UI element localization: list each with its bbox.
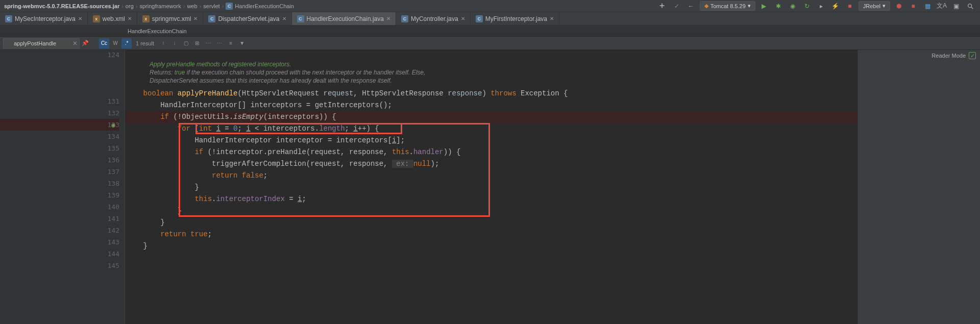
code-line[interactable]: return false; [125,170,857,182]
match-case-toggle[interactable]: Cc [99,38,109,48]
code-line[interactable] [125,50,857,60]
find-results: 1 result [136,40,154,46]
line-number[interactable]: 132 [0,107,119,119]
words-toggle[interactable]: W [110,38,120,48]
more-icon[interactable]: ⋯ [203,38,213,48]
line-number[interactable]: ◉133 [0,119,119,131]
line-number [0,60,119,72]
prev-match-icon[interactable]: ↑ [158,38,168,48]
clear-icon[interactable]: ✕ [72,40,78,47]
line-number[interactable]: 140 [0,201,119,213]
debug-icon[interactable]: ✱ [773,1,784,11]
breadcrumb[interactable]: spring-webmvc-5.0.7.RELEASE-sources.jar … [4,3,657,10]
breadcrumb-item[interactable]: springframework [139,3,181,9]
code-line[interactable]: boolean applyPreHandle(HttpServletReques… [125,88,857,99]
file-icon: C [5,15,12,22]
line-number[interactable]: 137 [0,166,119,178]
close-icon[interactable]: ✕ [461,16,465,21]
code-line[interactable]: } [125,182,857,193]
breadcrumb-item[interactable]: web [187,3,197,9]
code-line[interactable] [125,252,857,264]
structure-icon[interactable]: ▦ [922,1,933,11]
close-icon[interactable]: ✕ [78,16,82,21]
reader-mode-toggle[interactable]: Reader Mode ✓ [932,52,976,59]
code-line[interactable]: } [125,240,857,252]
line-number[interactable]: 135 [0,142,119,154]
stop-icon[interactable]: ■ [844,1,855,11]
gutter[interactable]: 124 131 132 ◉133 134 135 136 137 138 139… [0,50,125,324]
toolbar-right: ✓ ← ◆ Tomcat 8.5.29 ▾ ▶ ✱ ◉ ↻ ▸ ⚡ ■ JReb… [657,1,976,11]
tab-webxml[interactable]: xweb.xml✕ [88,12,137,25]
code-editor[interactable]: Apply preHandle methods of registered in… [125,50,857,324]
code-line[interactable]: HandlerInterceptor interceptor = interce… [125,135,857,146]
translate-icon[interactable]: 文A [936,1,947,11]
close-icon[interactable]: ✕ [550,16,554,21]
run-config-dropdown[interactable]: ◆ Tomcat 8.5.29 ▾ [700,1,755,11]
tab-mycontroller[interactable]: CMyController.java✕ [396,12,471,25]
code-line[interactable]: for (int i = 0; i < interceptors.length;… [125,123,857,135]
chevron-right-icon: › [136,3,138,9]
chevron-right-icon: › [200,3,202,9]
breakpoint-icon[interactable]: ◉ [111,119,115,131]
code-line[interactable]: } [125,205,857,217]
coverage-icon[interactable]: ◉ [787,1,798,11]
breadcrumb-item[interactable]: HandlerExecutionChain [235,3,294,9]
find-input[interactable] [3,38,80,48]
tab-myfirstinterceptor[interactable]: CMyFirstInterceptor.java✕ [471,12,559,25]
back-icon[interactable]: ← [685,1,697,11]
chevron-right-icon: › [121,3,124,9]
regex-toggle[interactable]: .* [121,38,132,48]
file-icon: C [297,15,304,22]
next-match-icon[interactable]: ↓ [169,38,180,48]
pin-icon[interactable]: 📌 [82,40,89,46]
search-icon[interactable] [965,1,976,11]
close-icon[interactable]: ✕ [386,16,390,21]
line-number[interactable]: 131 [0,95,119,107]
code-line[interactable]: if (!interceptor.preHandle(request, resp… [125,146,857,158]
hotswap-icon[interactable]: ⚡ [830,1,841,11]
close-icon[interactable]: ✕ [128,16,132,21]
code-line[interactable]: if (!ObjectUtils.isEmpty(interceptors)) … [125,111,857,123]
line-number[interactable]: 139 [0,189,119,201]
settings-icon[interactable]: ≡ [226,38,236,48]
layout-icon[interactable]: ▣ [950,1,962,11]
code-line[interactable]: } [125,217,857,229]
line-number[interactable]: 144 [0,248,119,260]
close-icon[interactable]: ✕ [193,16,198,21]
line-number[interactable]: 143 [0,236,119,248]
line-number[interactable]: 145 [0,260,119,271]
code-line[interactable]: triggerAfterCompletion(request, response… [125,158,857,170]
line-number[interactable]: 136 [0,154,119,166]
line-number[interactable]: 141 [0,213,119,225]
profile-icon[interactable]: ↻ [801,1,813,11]
context-class[interactable]: HandlerExecutionChain [128,28,187,34]
stop2-icon[interactable]: ■ [908,1,919,11]
line-number[interactable]: 134 [0,131,119,142]
line-number[interactable]: 142 [0,225,119,236]
cloud-icon[interactable]: ⬢ [893,1,904,11]
line-number[interactable]: 124 [0,50,119,60]
more2-icon[interactable]: ⋯ [214,38,225,48]
reader-mode-label: Reader Mode [932,53,966,59]
close-icon[interactable]: ✕ [282,16,286,21]
javadoc: Returns: true if the execution chain sho… [125,68,857,77]
breadcrumb-item[interactable]: servlet [203,3,219,9]
attach-icon[interactable]: ▸ [816,1,827,11]
breadcrumb-item[interactable]: org [126,3,134,9]
add-selection-icon[interactable]: ⊞ [192,38,202,48]
code-line[interactable]: HandlerInterceptor[] interceptors = getI… [125,99,857,111]
tab-handlerexecutionchain[interactable]: CHandlerExecutionChain.java✕ [292,12,396,25]
vcs-icon[interactable] [657,1,668,11]
update-icon[interactable]: ✓ [671,1,682,11]
tab-dispatcherservlet[interactable]: CDispatcherServlet.java✕ [203,12,291,25]
code-line[interactable]: this.interceptorIndex = i; [125,193,857,205]
code-line[interactable]: return true; [125,229,857,240]
tab-mysecinterceptor[interactable]: CMySecInterceptor.java✕ [0,12,88,25]
breadcrumb-item[interactable]: spring-webmvc-5.0.7.RELEASE-sources.jar [4,3,119,9]
select-all-icon[interactable]: ▢ [181,38,191,48]
filter-icon[interactable]: ▼ [237,38,247,48]
line-number[interactable]: 138 [0,178,119,189]
tab-springmvcxml[interactable]: xspringmvc.xml✕ [137,12,204,25]
run-icon[interactable]: ▶ [758,1,770,11]
jrebel-dropdown[interactable]: JRebel ▾ [859,1,890,11]
